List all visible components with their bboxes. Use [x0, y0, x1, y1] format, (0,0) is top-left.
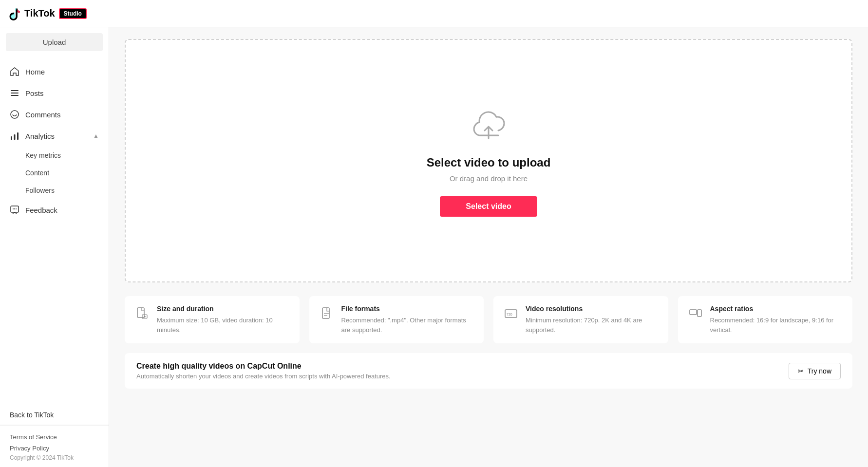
info-card-formats-title: File formats [341, 305, 474, 313]
try-now-label: Try now [808, 367, 831, 375]
info-card-formats-desc: Recommended: ".mp4". Other major formats… [341, 316, 474, 335]
try-now-button[interactable]: ✂ Try now [789, 363, 841, 379]
sidebar-item-followers[interactable]: Followers [0, 182, 109, 199]
sidebar-item-comments-label: Comments [25, 111, 61, 119]
comments-icon [10, 110, 19, 119]
terms-of-service-link[interactable]: Terms of Service [10, 431, 99, 443]
info-card-file-formats: File formats Recommended: ".mp4". Other … [309, 296, 484, 343]
info-card-size-duration: Size and duration Maximum size: 10 GB, v… [125, 296, 300, 343]
feedback-icon [10, 205, 19, 215]
info-card-resolution-title: Video resolutions [526, 305, 659, 313]
resolution-icon: 720 [503, 306, 519, 321]
svg-rect-11 [137, 308, 144, 318]
sidebar-item-home[interactable]: Home [0, 61, 109, 82]
capcut-banner: Create high quality videos on CapCut Onl… [125, 353, 852, 389]
svg-rect-18 [690, 310, 697, 315]
svg-rect-4 [11, 136, 12, 140]
info-card-aspect-title: Aspect ratios [710, 305, 843, 313]
main-content: Select video to upload Or drag and drop … [109, 27, 868, 467]
info-card-size-content: Size and duration Maximum size: 10 GB, v… [157, 305, 290, 335]
sidebar-footer: Terms of Service Privacy Policy Copyrigh… [0, 425, 109, 467]
video-file-icon [134, 306, 150, 321]
svg-rect-0 [11, 90, 19, 91]
info-card-video-resolutions: 720 Video resolutions Minimum resolution… [493, 296, 668, 343]
svg-rect-19 [698, 310, 701, 317]
info-card-size-title: Size and duration [157, 305, 290, 313]
sidebar-item-analytics[interactable]: Analytics ▲ [0, 125, 109, 147]
sidebar: Upload Home Posts Comment [0, 27, 109, 467]
tiktok-logo: TikTok [8, 7, 55, 20]
aspect-ratio-icon [688, 306, 703, 321]
copyright-text: Copyright © 2024 TikTok [10, 454, 74, 461]
info-card-aspect-desc: Recommended: 16:9 for landscape, 9:16 fo… [710, 316, 843, 335]
select-video-button[interactable]: Select video [440, 196, 537, 217]
upload-title: Select video to upload [427, 156, 551, 169]
info-card-resolution-content: Video resolutions Minimum resolution: 72… [526, 305, 659, 335]
chevron-up-icon: ▲ [93, 132, 99, 139]
svg-point-10 [16, 208, 17, 209]
svg-text:720: 720 [507, 313, 512, 316]
logo-area: TikTok Studio [8, 7, 87, 20]
sidebar-item-analytics-label: Analytics [25, 132, 55, 140]
svg-point-3 [11, 111, 19, 118]
sidebar-item-key-metrics[interactable]: Key metrics [0, 147, 109, 164]
info-card-aspect-ratios: Aspect ratios Recommended: 16:9 for land… [678, 296, 853, 343]
sidebar-item-feedback[interactable]: Feedback [0, 199, 109, 221]
document-icon [319, 306, 335, 321]
analytics-icon [10, 131, 19, 141]
app-body: Upload Home Posts Comment [0, 27, 868, 467]
info-card-size-desc: Maximum size: 10 GB, video duration: 10 … [157, 316, 290, 335]
info-card-formats-content: File formats Recommended: ".mp4". Other … [341, 305, 474, 335]
tiktok-logo-icon [8, 7, 21, 20]
capcut-title: Create high quality videos on CapCut Onl… [136, 362, 391, 371]
upload-sidebar-button[interactable]: Upload [6, 33, 103, 51]
sidebar-item-posts[interactable]: Posts [0, 82, 109, 104]
privacy-policy-link[interactable]: Privacy Policy [10, 443, 99, 454]
scissors-icon: ✂ [798, 367, 804, 375]
svg-rect-6 [17, 132, 19, 140]
info-card-resolution-desc: Minimum resolution: 720p. 2K and 4K are … [526, 316, 659, 335]
info-card-aspect-content: Aspect ratios Recommended: 16:9 for land… [710, 305, 843, 335]
upload-drop-zone[interactable]: Select video to upload Or drag and drop … [125, 39, 852, 282]
sidebar-item-home-label: Home [25, 68, 45, 76]
sidebar-item-content[interactable]: Content [0, 164, 109, 182]
studio-badge: Studio [59, 8, 87, 19]
svg-rect-5 [14, 134, 16, 140]
header: TikTok Studio [0, 0, 868, 27]
home-icon [10, 67, 19, 76]
back-to-tiktok[interactable]: Back to TikTok [0, 405, 109, 425]
posts-icon [10, 88, 19, 98]
sidebar-nav: Home Posts Comments Ana [0, 57, 109, 405]
svg-rect-1 [11, 93, 19, 93]
tiktok-wordmark: TikTok [24, 8, 55, 19]
svg-point-9 [14, 208, 15, 209]
svg-rect-13 [322, 308, 329, 318]
sidebar-item-posts-label: Posts [25, 89, 44, 97]
sidebar-item-feedback-label: Feedback [25, 206, 57, 214]
svg-rect-2 [11, 95, 19, 96]
capcut-desc: Automatically shorten your videos and cr… [136, 373, 391, 380]
info-cards-row: Size and duration Maximum size: 10 GB, v… [125, 296, 852, 343]
sidebar-item-comments[interactable]: Comments [0, 104, 109, 125]
upload-subtitle: Or drag and drop it here [450, 174, 528, 183]
capcut-text-area: Create high quality videos on CapCut Onl… [136, 362, 391, 380]
cloud-upload-icon [469, 105, 508, 144]
svg-point-8 [13, 208, 14, 209]
